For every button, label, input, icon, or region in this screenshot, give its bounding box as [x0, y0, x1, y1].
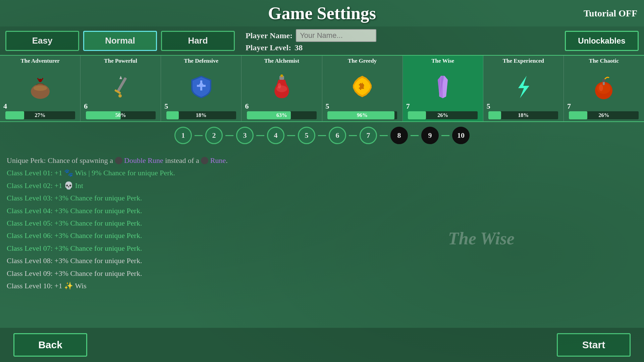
class-progress-bar: 50%	[86, 111, 156, 119]
level-connector	[318, 135, 326, 136]
class-card-the-adventurer[interactable]: The Adventurer 4 27%	[0, 56, 80, 121]
lightning-icon	[510, 73, 537, 104]
class-name: The Chaotic	[589, 58, 619, 64]
class-card-the-chaotic[interactable]: The Chaotic 7 26%	[564, 56, 644, 121]
level-dot-4[interactable]: 4	[267, 127, 284, 144]
level-dot-6[interactable]: 6	[329, 127, 346, 144]
class-card-the-experienced[interactable]: The Experienced 5 18%	[483, 56, 564, 121]
level-dot-3[interactable]: 3	[236, 127, 254, 144]
difficulty-normal-button[interactable]: Normal	[83, 31, 157, 51]
class-icon-area: 4	[1, 66, 79, 111]
player-level-row: Player Level: 38	[246, 43, 376, 52]
class-level-badge: 7	[567, 102, 571, 111]
class-percent: 26%	[437, 112, 448, 118]
svg-point-2	[39, 79, 42, 82]
perk-middle: instead of a	[163, 156, 201, 165]
class-name: The Adventurer	[20, 58, 59, 64]
class-card-the-alchemist[interactable]: The Alchemist 6 63%	[241, 56, 322, 121]
unlockables-button[interactable]: Unlockables	[565, 31, 639, 51]
class-level-badge: 5	[164, 102, 168, 111]
rune-icon	[201, 157, 208, 164]
player-level-value: 38	[294, 43, 303, 52]
potion-icon	[268, 73, 295, 104]
class-level-badge: 6	[84, 102, 88, 111]
class-percent: 63%	[276, 112, 287, 118]
class-level-row: Class Level 02: +1 💀 Int	[7, 181, 83, 190]
class-level-row: Class Level 05: +3% Chance for unique Pe…	[7, 219, 142, 227]
class-level-badge: 4	[3, 102, 7, 111]
level-dot-5[interactable]: 5	[298, 127, 315, 144]
class-icon-area: 7	[565, 66, 643, 111]
player-info: Player Name: Player Level: 38	[246, 29, 376, 52]
class-progress-bar: 26%	[569, 111, 639, 119]
page-container: Game Settings Tutorial OFF Easy Normal H…	[0, 0, 644, 362]
header: Game Settings Tutorial OFF	[0, 0, 644, 26]
shield-icon	[188, 73, 215, 104]
svg-point-13	[280, 74, 283, 77]
class-progress-bar: 18%	[166, 111, 236, 119]
bottom-bar: Back Start	[0, 328, 644, 362]
class-level-badge: 6	[245, 102, 249, 111]
class-name: The Defensive	[184, 58, 218, 64]
player-name-label: Player Name:	[246, 31, 292, 40]
classes-row: The Adventurer 4 27% The Powerful 6 50%	[0, 55, 644, 122]
class-level-row: Class Level 06: +3% Chance for unique Pe…	[7, 231, 142, 240]
unique-perk-prefix: Unique Perk: Chance of spawning a	[7, 156, 115, 165]
svg-point-28	[599, 84, 603, 91]
player-level-label: Player Level:	[246, 43, 291, 52]
level-dot-10[interactable]: 10	[452, 127, 470, 144]
class-card-the-defensive[interactable]: The Defensive 5 18%	[161, 56, 241, 121]
level-dot-2[interactable]: 2	[205, 127, 223, 144]
class-percent: 18%	[196, 112, 207, 118]
class-name: The Greedy	[348, 58, 377, 64]
class-progress-fill	[5, 111, 24, 119]
class-name: The Experienced	[503, 58, 544, 64]
class-progress-fill	[166, 111, 179, 119]
bag-icon	[27, 73, 54, 104]
class-card-the-wise[interactable]: The Wise 7 26%	[403, 56, 483, 121]
level-dot-7[interactable]: 7	[360, 127, 377, 144]
tutorial-toggle-button[interactable]: Tutorial OFF	[584, 8, 637, 19]
class-level-row: Class Level 08: +3% Chance for unique Pe…	[7, 256, 142, 265]
level-connector	[380, 135, 388, 136]
difficulty-row: Easy Normal Hard Player Name: Player Lev…	[0, 26, 644, 55]
player-name-input[interactable]	[296, 29, 376, 42]
back-button[interactable]: Back	[13, 333, 87, 357]
class-progress-bar: 27%	[5, 111, 75, 119]
class-name: The Powerful	[104, 58, 137, 64]
level-dot-8[interactable]: 8	[390, 127, 408, 144]
rune-text: Rune	[210, 156, 226, 165]
level-selector: 12345678910	[0, 122, 644, 149]
class-icon-area: 7	[404, 66, 482, 111]
level-connector	[287, 135, 295, 136]
level-dot-1[interactable]: 1	[174, 127, 192, 144]
class-progress-bar: 63%	[247, 111, 317, 119]
page-title: Game Settings	[268, 3, 376, 23]
class-progress-bar: 26%	[408, 111, 478, 119]
class-percent: 27%	[35, 112, 46, 118]
class-level-row: Class Level 07: +3% Chance for unique Pe…	[7, 244, 142, 252]
level-connector	[256, 135, 264, 136]
start-button[interactable]: Start	[557, 333, 631, 357]
difficulty-easy-button[interactable]: Easy	[5, 31, 79, 51]
class-card-the-greedy[interactable]: The Greedy 5 96%	[322, 56, 403, 121]
level-dot-9[interactable]: 9	[421, 127, 439, 144]
svg-point-7	[118, 94, 122, 98]
level-connector	[225, 135, 233, 136]
svg-line-4	[42, 78, 43, 80]
class-progress-fill	[569, 111, 587, 119]
level-connector	[195, 135, 203, 136]
svg-point-15	[278, 83, 281, 88]
class-percent: 26%	[598, 112, 609, 118]
class-percent: 96%	[357, 112, 368, 118]
double-rune-text: Double Rune	[124, 156, 163, 165]
class-level-badge: 7	[406, 102, 410, 111]
svg-line-3	[38, 78, 39, 80]
class-level-row: Class Level 10: +1 ✨ Wis	[7, 282, 87, 290]
svg-rect-11	[197, 85, 206, 87]
class-card-the-powerful[interactable]: The Powerful 6 50%	[80, 56, 161, 121]
class-progress-fill	[488, 111, 501, 119]
class-level-row: Class Level 09: +3% Chance for unique Pe…	[7, 269, 142, 278]
difficulty-hard-button[interactable]: Hard	[161, 31, 235, 51]
class-level-badge: 5	[326, 102, 329, 111]
